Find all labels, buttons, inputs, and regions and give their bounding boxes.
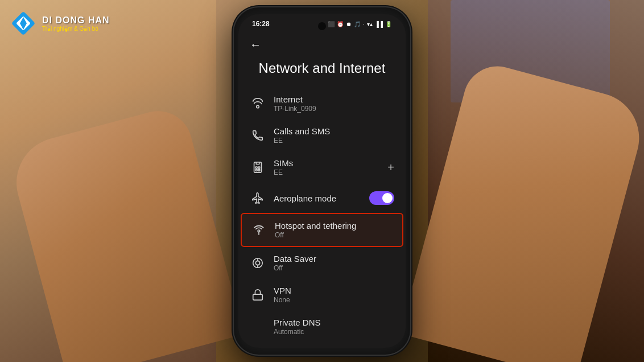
calls-text: Calls and SMS EE: [274, 126, 394, 145]
svg-rect-8: [258, 170, 260, 171]
settings-item-datasaver[interactable]: Data Saver Off: [241, 247, 403, 279]
vpn-sub: None: [274, 296, 394, 304]
back-row[interactable]: ←: [238, 31, 406, 56]
status-icons: ⬛ ⏰ ⏺ 🎵 · ▾▴ ▐▐ 🔋: [328, 21, 392, 27]
calls-sub: EE: [274, 137, 394, 145]
wifi-status-icon: ▾▴: [367, 21, 373, 27]
back-button[interactable]: ←: [250, 38, 261, 51]
vpn-label: VPN: [274, 286, 394, 295]
vpn-text: VPN None: [274, 286, 394, 304]
datasaver-icon: [250, 255, 266, 271]
aeroplane-label: Aeroplane mode: [274, 194, 369, 203]
calls-label: Calls and SMS: [274, 126, 394, 136]
alarm-icon: ⏰: [337, 21, 344, 27]
dot-icon: ·: [363, 21, 365, 27]
internet-label: Internet: [274, 94, 394, 104]
datasaver-sub: Off: [274, 264, 394, 272]
settings-item-internet[interactable]: Internet TP-Link_0909: [241, 88, 403, 120]
battery-icon: 🔋: [385, 21, 392, 27]
logo-diamond-icon: [9, 9, 38, 38]
page-title: Network and Internet: [238, 56, 406, 88]
internet-text: Internet TP-Link_0909: [274, 94, 394, 113]
internet-sub: TP-Link_0909: [274, 105, 394, 113]
dns-text: Private DNS Automatic: [274, 318, 394, 336]
settings-item-aeroplane[interactable]: Aeroplane mode: [241, 183, 403, 213]
logo-overlay: DI DONG HAN Trải nghiệm & Gần bó: [9, 9, 110, 38]
screen-content: ← Network and Internet Intern: [238, 31, 406, 345]
svg-point-3: [257, 105, 259, 108]
logo-text: DI DONG HAN Trải nghiệm & Gần bó: [42, 15, 110, 32]
hotspot-text: Hotspot and tethering Off: [275, 221, 393, 239]
dns-label: Private DNS: [274, 318, 394, 327]
sims-icon: [250, 159, 266, 175]
plus-icon: +: [387, 161, 394, 174]
datasaver-text: Data Saver Off: [274, 254, 394, 272]
vpn-icon: [250, 287, 266, 303]
sims-text: SIMs EE: [274, 158, 387, 176]
svg-rect-6: [258, 167, 260, 168]
datasaver-label: Data Saver: [274, 254, 394, 264]
aeroplane-text: Aeroplane mode: [274, 194, 369, 203]
sims-sub: EE: [274, 168, 387, 176]
sims-action: +: [387, 161, 394, 174]
logo-brand-name: DI DONG HAN: [42, 15, 110, 26]
dns-sub: Automatic: [274, 328, 394, 336]
settings-list: Internet TP-Link_0909 Calls and SMS EE: [238, 88, 406, 345]
media-icon: 🎵: [354, 21, 361, 27]
svg-rect-4: [254, 162, 262, 172]
aeroplane-icon: [250, 190, 266, 206]
settings-item-calls[interactable]: Calls and SMS EE: [241, 120, 403, 151]
svg-point-12: [255, 261, 259, 265]
settings-item-hotspot[interactable]: Hotspot and tethering Off: [241, 213, 403, 247]
sims-label: SIMs: [274, 158, 387, 168]
signal-icon: ▐▐: [375, 21, 383, 27]
settings-item-sims[interactable]: SIMs EE +: [241, 151, 403, 183]
phone-body: 16:28 ⬛ ⏰ ⏺ 🎵 · ▾▴ ▐▐ 🔋: [234, 7, 410, 355]
settings-item-dns[interactable]: Private DNS Automatic: [241, 311, 403, 343]
camera-notch: [318, 22, 326, 30]
hotspot-sub: Off: [275, 231, 393, 239]
aeroplane-toggle-switch[interactable]: [369, 191, 394, 205]
record-icon: ⏺: [346, 21, 352, 27]
svg-rect-5: [255, 167, 257, 168]
settings-item-vpn[interactable]: VPN None: [241, 279, 403, 311]
settings-item-adaptive[interactable]: Adaptive connectivity: [245, 343, 399, 345]
hotspot-icon: [251, 222, 267, 238]
notification-icon: ⬛: [328, 21, 335, 27]
svg-rect-7: [255, 170, 257, 171]
svg-rect-15: [253, 294, 263, 300]
aeroplane-toggle[interactable]: [369, 191, 394, 205]
logo-sub-text: Trải nghiệm & Gần bó: [42, 26, 110, 32]
status-time: 16:28: [252, 20, 270, 28]
phone-screen: 16:28 ⬛ ⏰ ⏺ 🎵 · ▾▴ ▐▐ 🔋: [238, 14, 406, 348]
calls-icon: [250, 127, 266, 143]
hotspot-label: Hotspot and tethering: [275, 221, 393, 231]
internet-icon: [250, 96, 266, 112]
